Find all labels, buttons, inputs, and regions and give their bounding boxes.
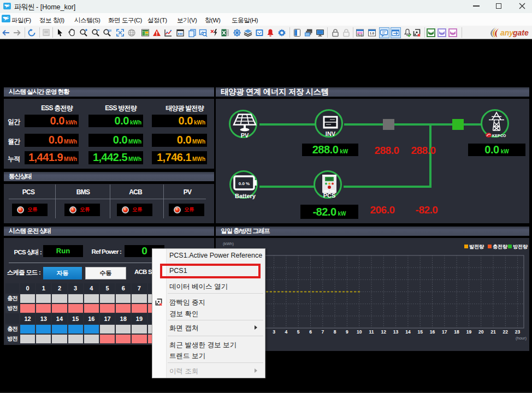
svg-text:17: 17 <box>442 329 447 335</box>
svg-text:9: 9 <box>346 329 348 335</box>
svg-text:7: 7 <box>321 329 324 335</box>
svg-text:5: 5 <box>297 329 300 335</box>
svg-text:발전량: 발전량 <box>469 244 484 249</box>
svg-text:18: 18 <box>454 329 459 335</box>
svg-text:1.0: 1.0 <box>370 32 375 35</box>
svg-text:6: 6 <box>309 329 312 335</box>
svg-text:8: 8 <box>334 329 336 335</box>
svg-text:(hour): (hour) <box>516 336 527 341</box>
svg-text:11: 11 <box>369 329 374 335</box>
svg-text:0.0 %: 0.0 % <box>239 181 250 186</box>
svg-text:16: 16 <box>430 329 435 335</box>
svg-text:21: 21 <box>490 329 496 335</box>
svg-text:(kWh): (kWh) <box>223 241 234 246</box>
svg-text:13: 13 <box>393 329 399 335</box>
svg-text:3: 3 <box>273 329 275 335</box>
svg-text:15: 15 <box>417 329 423 335</box>
svg-text:14: 14 <box>405 329 411 335</box>
svg-text:방전량: 방전량 <box>513 244 528 249</box>
svg-text:20: 20 <box>478 329 484 335</box>
svg-text:22: 22 <box>503 329 509 335</box>
svg-text:23: 23 <box>515 329 521 335</box>
svg-text:TLQ: TLQ <box>357 33 363 37</box>
svg-text:충전량: 충전량 <box>493 244 508 249</box>
svg-text:any: any <box>500 28 514 37</box>
svg-text:19: 19 <box>466 329 472 335</box>
svg-text:gate: gate <box>512 28 529 37</box>
svg-text:4: 4 <box>285 329 288 335</box>
svg-text:10: 10 <box>357 329 362 335</box>
svg-text:KEPCO: KEPCO <box>492 134 506 138</box>
svg-text:12: 12 <box>381 329 387 335</box>
svg-text:100: 100 <box>107 29 111 32</box>
